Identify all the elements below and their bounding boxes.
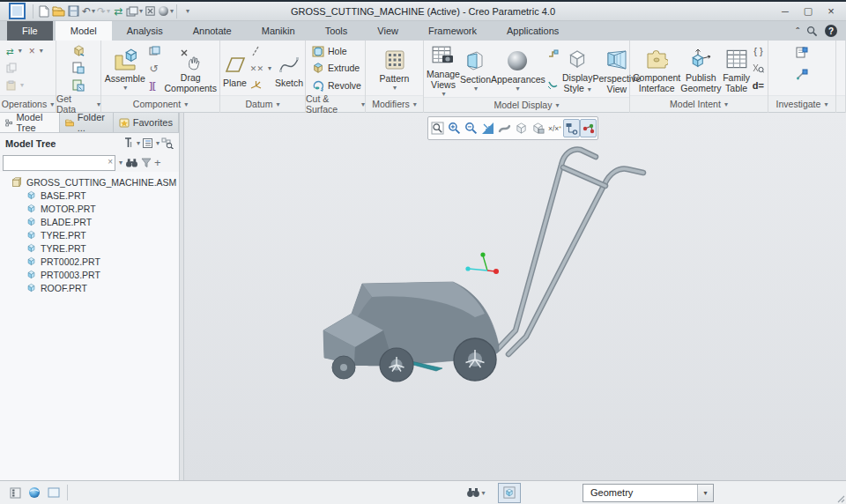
selection-filter-arrow[interactable]: ▾ [697, 485, 713, 501]
redo-button[interactable]: ↷▾ [96, 4, 111, 19]
tab-manikin[interactable]: Manikin [247, 21, 310, 41]
selection-filter-dropdown[interactable]: Geometry ▾ [583, 484, 714, 502]
appearance-gallery-button[interactable]: ▾ [158, 4, 174, 19]
resize-grip[interactable] [836, 494, 845, 503]
toggle-full-screen-button[interactable] [44, 484, 63, 501]
appearances-button[interactable]: Appearances ▾ [491, 46, 544, 93]
display-style-toggle-button[interactable] [513, 119, 530, 137]
regenerate-component-button[interactable]: ↺ [146, 61, 163, 76]
revolve-button[interactable]: Revolve [309, 78, 364, 93]
group-label-modifiers[interactable]: Modifiers▾ [366, 95, 423, 113]
app-window-icon[interactable] [9, 3, 26, 19]
graphics-area[interactable]: ×/×* [184, 113, 846, 480]
group-label-component[interactable]: Component▾ [101, 95, 219, 113]
create-component-button[interactable] [146, 44, 163, 59]
save-button[interactable] [66, 4, 81, 19]
tab-model-tree[interactable]: Model Tree [0, 113, 60, 132]
zoom-out-button[interactable] [463, 119, 479, 137]
extrude-button[interactable]: Extrude [309, 61, 362, 76]
chevron-down-icon[interactable]: ▾ [137, 139, 140, 147]
tab-analysis[interactable]: Analysis [112, 21, 178, 41]
datum-point-button[interactable]: ✕✕▾ [248, 61, 274, 76]
tab-model[interactable]: Model [56, 21, 112, 41]
datum-csys-button[interactable] [248, 78, 274, 93]
parameters-button[interactable]: { } [753, 44, 764, 59]
close-button[interactable]: × [820, 4, 842, 19]
group-label-model-intent[interactable]: Model Intent▾ [630, 95, 768, 113]
component-interface-button[interactable]: Component Interface [633, 44, 680, 93]
paste-button[interactable]: ▾ [4, 78, 52, 93]
tree-item-part[interactable]: BASE.PRT [0, 189, 179, 202]
hole-button[interactable]: Hole [309, 43, 350, 58]
pattern-button[interactable]: Pattern ▾ [369, 45, 420, 92]
help-button[interactable]: ? [825, 25, 837, 37]
search-model-button[interactable]: ▾ [466, 484, 486, 501]
refit-button[interactable] [479, 119, 496, 137]
assemble-button[interactable]: Assemble ▾ [104, 45, 145, 92]
component-operations-button[interactable]: ][ [146, 78, 163, 93]
undo-button[interactable]: ↶▾ [81, 4, 96, 19]
spin-center-toggle-button[interactable] [580, 119, 597, 137]
chevron-down-icon[interactable]: ▾ [119, 159, 122, 167]
clear-search-icon[interactable]: × [108, 157, 113, 167]
tab-favorites[interactable]: Favorites [114, 113, 179, 132]
tree-item-part[interactable]: TYRE.PRT [0, 228, 179, 241]
tree-filters-icon[interactable] [142, 137, 153, 149]
saved-orientations-button[interactable] [530, 119, 546, 137]
zoom-region-button[interactable] [429, 119, 446, 137]
expand-all-icon[interactable]: + [154, 156, 161, 169]
manage-views-button[interactable]: Manage Views ▾ [427, 41, 460, 98]
maximize-button[interactable]: ▢ [797, 4, 820, 19]
tab-folder-browser[interactable]: Folder ... [60, 113, 114, 132]
zoom-in-button[interactable] [446, 119, 463, 137]
repaint-button[interactable] [496, 119, 513, 137]
display-style-button[interactable]: Display Style ▾ [562, 44, 592, 95]
copy-button[interactable] [4, 61, 52, 76]
switch-symbols-button[interactable] [753, 61, 764, 76]
filter-funnel-icon[interactable] [141, 158, 152, 168]
tree-item-assembly[interactable]: GROSS_CUTTING_MACHINE.ASM [0, 175, 179, 189]
group-label-datum[interactable]: Datum▾ [220, 95, 305, 113]
toggle-navigator-button[interactable] [5, 484, 25, 501]
drag-components-button[interactable]: Drag Components [164, 44, 217, 93]
select-in-model-button[interactable] [498, 483, 521, 503]
tree-search-input[interactable] [4, 156, 115, 170]
tree-item-part[interactable]: BLADE.PRT [0, 215, 179, 228]
tree-item-part[interactable]: PRT0002.PRT [0, 255, 179, 268]
chevron-down-icon[interactable]: ▾ [156, 139, 160, 147]
tree-item-part[interactable]: ROOF.PRT [0, 281, 179, 294]
tab-applications[interactable]: Applications [492, 21, 574, 41]
geometry-checks-button[interactable] [793, 67, 811, 82]
relations-button[interactable]: d= [753, 78, 764, 93]
datum-plane-button[interactable]: Plane [223, 49, 247, 88]
tab-file[interactable]: File [7, 21, 53, 41]
close-window-button[interactable] [143, 4, 158, 19]
user-defined-feature-button[interactable] [70, 61, 87, 76]
delete-button[interactable]: ×▾ [26, 43, 46, 58]
group-label-operations[interactable]: Operations▾ [0, 95, 56, 113]
copy-geometry-button[interactable] [70, 78, 87, 93]
section-button[interactable]: Section ▾ [460, 46, 491, 93]
minimize-button[interactable]: ─ [774, 4, 797, 19]
search-icon[interactable] [806, 26, 818, 37]
regenerate-button[interactable]: ⇄ [111, 4, 126, 19]
tab-framework[interactable]: Framework [413, 21, 492, 41]
group-label-cut-surface[interactable]: Cut & Surface▾ [306, 95, 365, 113]
datum-axis-button[interactable] [248, 44, 274, 59]
new-file-button[interactable] [36, 4, 51, 19]
regenerate-operations-button[interactable]: ⇄▾ [4, 43, 25, 58]
toggle-browser-button[interactable] [25, 484, 44, 501]
import-data-button[interactable] [70, 43, 88, 58]
customize-quick-access-button[interactable]: ▾ [180, 4, 195, 19]
group-label-investigate[interactable]: Investigate▾ [768, 95, 835, 113]
tree-item-part[interactable]: MOTOR.PRT [0, 202, 179, 215]
tree-item-part[interactable]: PRT0003.PRT [0, 268, 179, 281]
sketch-button[interactable]: Sketch [275, 49, 303, 88]
minimize-ribbon-button[interactable]: ˆ [796, 26, 799, 36]
tab-annotate[interactable]: Annotate [178, 21, 247, 41]
tab-tools[interactable]: Tools [310, 21, 363, 41]
group-label-model-display[interactable]: Model Display▾ [424, 97, 629, 113]
scene-button[interactable] [545, 48, 561, 63]
tree-settings-search-icon[interactable] [161, 137, 174, 149]
publish-geometry-button[interactable]: Publish Geometry [680, 44, 721, 93]
